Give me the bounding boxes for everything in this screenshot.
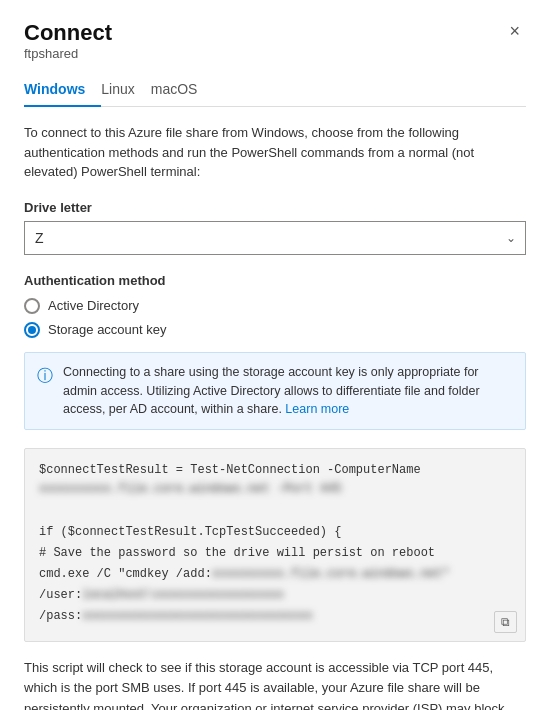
- description-text: To connect to this Azure file share from…: [24, 123, 526, 182]
- tab-windows[interactable]: Windows: [24, 73, 101, 107]
- code-line-5: cmd.exe /C "cmdkey /add:xxxxxxxxxx.file.…: [39, 565, 511, 584]
- radio-circle-ad: [24, 298, 40, 314]
- close-button[interactable]: ×: [503, 20, 526, 42]
- code-line-pass: /pass:xxxxxxxxxxxxxxxxxxxxxxxxxxxxxxxx: [39, 607, 511, 626]
- radio-label-storage: Storage account key: [48, 322, 167, 337]
- tab-bar: Windows Linux macOS: [24, 73, 526, 107]
- code-line-4: # Save the password so the drive will pe…: [39, 544, 511, 563]
- radio-storage-key[interactable]: Storage account key: [24, 322, 526, 338]
- code-line-blank: [39, 502, 511, 521]
- info-box: ⓘ Connecting to a share using the storag…: [24, 352, 526, 430]
- code-line-3: if ($connectTestResult.TcpTestSucceeded)…: [39, 523, 511, 542]
- footer-text: This script will check to see if this st…: [24, 658, 526, 710]
- radio-label-ad: Active Directory: [48, 298, 139, 313]
- code-block: $connectTestResult = Test-NetConnection …: [24, 448, 526, 642]
- dialog-subtitle: ftpshared: [24, 46, 112, 61]
- tab-macos[interactable]: macOS: [151, 73, 214, 107]
- code-line-1: $connectTestResult = Test-NetConnection …: [39, 461, 511, 499]
- radio-circle-storage: [24, 322, 40, 338]
- drive-letter-select[interactable]: Z Y X W: [24, 221, 526, 255]
- code-pass-blurred: xxxxxxxxxxxxxxxxxxxxxxxxxxxxxxxx: [82, 609, 312, 623]
- tab-linux[interactable]: Linux: [101, 73, 150, 107]
- code-line-user: /user:localhost\xxxxxxxxxxxxxxxxxx: [39, 586, 511, 605]
- learn-more-link[interactable]: Learn more: [285, 402, 349, 416]
- radio-active-directory[interactable]: Active Directory: [24, 298, 526, 314]
- code-user-blurred: localhost\xxxxxxxxxxxxxxxxxx: [82, 588, 284, 602]
- code-line-1-blurred: xxxxxxxxxx.file.core.windows.net -Port 4…: [39, 482, 341, 496]
- connect-dialog: Connect ftpshared × Windows Linux macOS …: [0, 0, 550, 710]
- drive-letter-wrapper: Z Y X W ⌄: [24, 221, 526, 255]
- copy-button[interactable]: ⧉: [494, 611, 517, 633]
- code-line-5-blurred: xxxxxxxxxx.file.core.windows.net": [212, 567, 450, 581]
- info-icon: ⓘ: [37, 364, 53, 419]
- info-box-text: Connecting to a share using the storage …: [63, 363, 513, 419]
- drive-letter-label: Drive letter: [24, 200, 526, 215]
- dialog-title: Connect: [24, 20, 112, 46]
- auth-method-label: Authentication method: [24, 273, 526, 288]
- dialog-header: Connect ftpshared ×: [24, 20, 526, 71]
- radio-dot-storage: [28, 326, 36, 334]
- auth-method-radio-group: Active Directory Storage account key: [24, 298, 526, 338]
